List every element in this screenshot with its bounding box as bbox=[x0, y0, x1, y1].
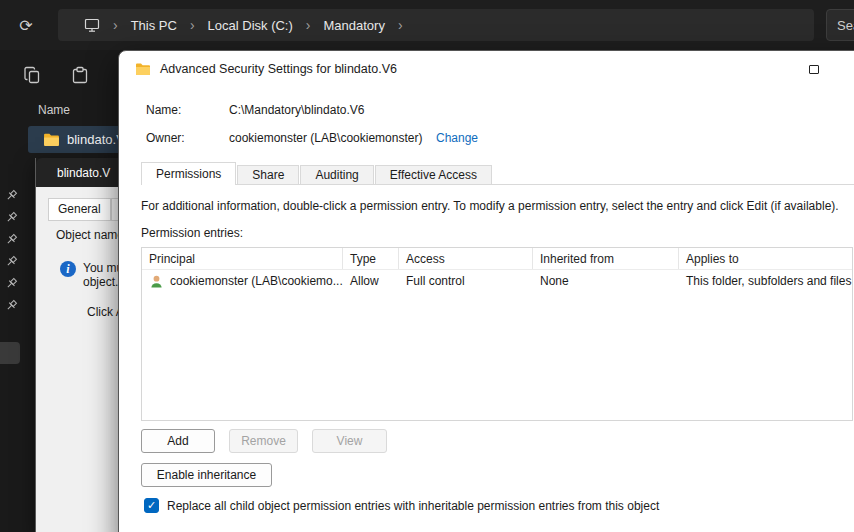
paste-icon[interactable] bbox=[70, 65, 92, 87]
copy-icon[interactable] bbox=[22, 65, 44, 87]
cell-type: Allow bbox=[343, 274, 399, 288]
table-row[interactable]: cookiemonster (LAB\cookiemo... Allow Ful… bbox=[142, 270, 852, 292]
table-header: Principal Type Access Inherited from App… bbox=[142, 248, 852, 270]
pushpin-icon[interactable] bbox=[4, 276, 20, 292]
replace-child-checkbox[interactable]: ✓ bbox=[144, 498, 159, 513]
chevron-right-icon[interactable]: › bbox=[190, 17, 195, 33]
replace-child-checkbox-label: Replace all child object permission entr… bbox=[167, 499, 659, 513]
breadcrumb-local-disk-c[interactable]: Local Disk (C:) bbox=[208, 18, 293, 33]
file-row-blindato[interactable]: blindato.V6 bbox=[28, 126, 120, 153]
column-inherited-from[interactable]: Inherited from bbox=[533, 248, 679, 269]
properties-info-text: object. bbox=[83, 275, 118, 289]
pushpin-icon[interactable] bbox=[4, 210, 20, 226]
object-name-label: Object name: bbox=[56, 228, 120, 242]
cell-access: Full control bbox=[399, 274, 533, 288]
name-column-header[interactable]: Name bbox=[38, 103, 70, 117]
security-tabs: Permissions Share Auditing Effective Acc… bbox=[141, 163, 854, 185]
pushpin-icon[interactable] bbox=[4, 232, 20, 248]
properties-click-text: Click Ad bbox=[87, 305, 120, 319]
permission-entries-label: Permission entries: bbox=[141, 226, 243, 240]
screen: ⟳ › This PC › Local Disk (C:) › Mandator… bbox=[0, 0, 854, 532]
permission-entries-table: Principal Type Access Inherited from App… bbox=[141, 247, 853, 421]
view-button[interactable]: View bbox=[312, 429, 387, 453]
properties-dialog-body: General Sha Object name: i You mus objec… bbox=[36, 187, 120, 532]
pushpin-icon[interactable] bbox=[4, 254, 20, 270]
tab-share[interactable]: Share bbox=[237, 165, 299, 184]
user-icon bbox=[149, 274, 164, 289]
chevron-right-icon[interactable]: › bbox=[306, 17, 311, 33]
search-input[interactable]: Sea bbox=[826, 9, 854, 41]
properties-tabs: General Sha bbox=[48, 198, 120, 221]
tab-permissions[interactable]: Permissions bbox=[141, 162, 236, 185]
column-access[interactable]: Access bbox=[399, 248, 533, 269]
dialog-title: Advanced Security Settings for blindato.… bbox=[160, 62, 397, 76]
column-applies-to[interactable]: Applies to bbox=[679, 248, 852, 269]
dialog-titlebar[interactable]: Advanced Security Settings for blindato.… bbox=[119, 51, 854, 87]
properties-dialog: blindato.V General Sha Object name: i Yo… bbox=[35, 158, 120, 532]
change-owner-link[interactable]: Change bbox=[436, 131, 478, 145]
cell-applies-to: This folder, subfolders and files bbox=[679, 274, 852, 288]
check-icon: ✓ bbox=[147, 500, 156, 511]
this-pc-icon bbox=[84, 17, 100, 33]
name-field-value: C:\Mandatory\blindato.V6 bbox=[229, 103, 364, 117]
tab-general[interactable]: General bbox=[48, 198, 111, 221]
maximize-button[interactable] bbox=[791, 51, 837, 87]
remove-button[interactable]: Remove bbox=[229, 429, 298, 453]
tab-auditing[interactable]: Auditing bbox=[300, 165, 373, 184]
cell-principal: cookiemonster (LAB\cookiemo... bbox=[170, 274, 343, 288]
column-principal[interactable]: Principal bbox=[142, 248, 343, 269]
nav-item-selected[interactable] bbox=[0, 342, 20, 364]
address-bar[interactable]: › This PC › Local Disk (C:) › Mandatory … bbox=[58, 9, 814, 41]
breadcrumb-mandatory[interactable]: Mandatory bbox=[324, 18, 385, 33]
chevron-right-icon[interactable]: › bbox=[113, 17, 118, 33]
properties-info-text: You mus bbox=[83, 261, 120, 275]
enable-inheritance-button[interactable]: Enable inheritance bbox=[141, 463, 272, 487]
explorer-topbar: ⟳ › This PC › Local Disk (C:) › Mandator… bbox=[0, 0, 854, 50]
refresh-icon[interactable]: ⟳ bbox=[14, 13, 38, 37]
name-field-label: Name: bbox=[146, 103, 181, 117]
tab-effective-access[interactable]: Effective Access bbox=[375, 165, 492, 184]
column-type[interactable]: Type bbox=[343, 248, 399, 269]
owner-field-label: Owner: bbox=[146, 131, 185, 145]
folder-icon bbox=[135, 62, 151, 76]
chevron-right-icon[interactable]: › bbox=[398, 17, 403, 33]
maximize-icon bbox=[809, 65, 819, 74]
cell-inherited-from: None bbox=[533, 274, 679, 288]
properties-dialog-title: blindato.V bbox=[36, 158, 120, 187]
instruction-text: For additional information, double-click… bbox=[141, 199, 854, 213]
info-icon: i bbox=[60, 261, 76, 277]
pushpin-icon[interactable] bbox=[4, 298, 20, 314]
folder-icon bbox=[43, 132, 60, 147]
breadcrumb-this-pc[interactable]: This PC bbox=[131, 18, 177, 33]
owner-field-value: cookiemonster (LAB\cookiemonster) bbox=[229, 131, 422, 145]
pushpin-icon[interactable] bbox=[4, 188, 20, 204]
advanced-security-dialog: Advanced Security Settings for blindato.… bbox=[118, 50, 854, 532]
add-button[interactable]: Add bbox=[141, 429, 215, 453]
